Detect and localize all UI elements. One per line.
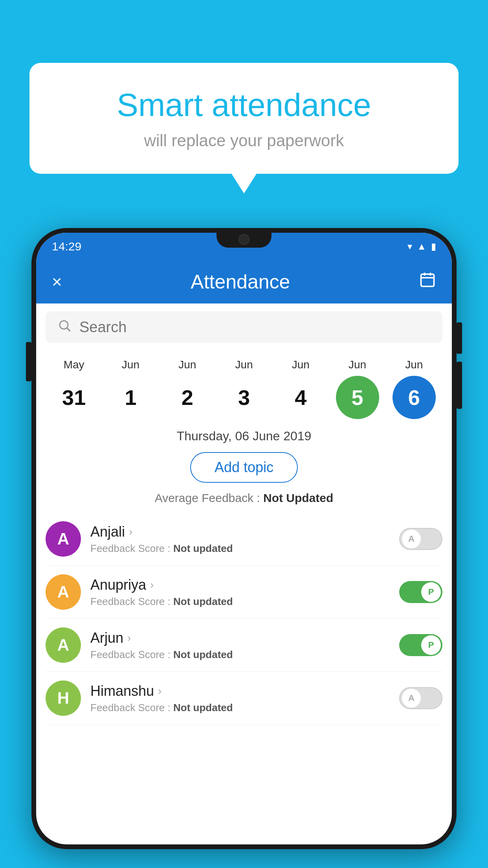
calendar-date-number: 4 (279, 376, 322, 419)
selected-date-label: Thursday, 06 June 2019 (36, 423, 452, 447)
student-item[interactable]: AArjun ›Feedback Score : Not updatedP (46, 619, 442, 672)
add-topic-button[interactable]: Add topic (190, 452, 298, 483)
student-name: Himanshu › (90, 683, 390, 699)
student-info: Arjun ›Feedback Score : Not updated (90, 630, 390, 661)
close-button[interactable]: × (52, 272, 62, 292)
student-item[interactable]: HHimanshu ›Feedback Score : Not updatedA (46, 672, 442, 725)
volume-down-button[interactable] (457, 362, 462, 409)
search-input[interactable] (79, 319, 431, 336)
calendar-date-number: 5 (336, 376, 379, 419)
student-feedback: Feedback Score : Not updated (90, 702, 390, 714)
student-item[interactable]: AAnjali ›Feedback Score : Not updatedA (46, 513, 442, 566)
attendance-toggle-container[interactable]: A (399, 687, 442, 709)
student-name: Anjali › (90, 524, 390, 540)
student-info: Anjali ›Feedback Score : Not updated (90, 524, 390, 555)
attendance-toggle-container[interactable]: P (399, 634, 442, 656)
chevron-icon: › (127, 632, 131, 644)
calendar-day[interactable]: Jun4 (275, 359, 326, 419)
student-list: AAnjali ›Feedback Score : Not updatedAAA… (36, 513, 452, 725)
student-item[interactable]: AAnupriya ›Feedback Score : Not updatedP (46, 566, 442, 619)
calendar-day[interactable]: Jun5 (332, 359, 383, 419)
avg-feedback: Average Feedback : Not Updated (36, 487, 452, 513)
student-feedback: Feedback Score : Not updated (90, 596, 390, 608)
phone-screen: 14:29 ▾ ▲ ▮ × Attendance (36, 233, 452, 844)
calendar-day[interactable]: Jun2 (162, 359, 213, 419)
toggle-knob: P (421, 635, 441, 655)
feedback-value: Not updated (173, 542, 233, 554)
battery-icon: ▮ (431, 241, 436, 252)
calendar-date-number: 6 (393, 376, 436, 419)
calendar-date-number: 31 (52, 376, 95, 419)
status-time: 14:29 (52, 240, 81, 253)
student-info: Himanshu ›Feedback Score : Not updated (90, 683, 390, 714)
calendar-day[interactable]: Jun6 (389, 359, 440, 419)
phone-container: 14:29 ▾ ▲ ▮ × Attendance (31, 228, 457, 868)
chevron-icon: › (158, 685, 161, 697)
student-name: Anupriya › (90, 577, 390, 593)
student-avatar: A (46, 521, 81, 557)
student-feedback: Feedback Score : Not updated (90, 649, 390, 661)
speech-bubble-container: Smart attendance will replace your paper… (29, 63, 459, 174)
power-button[interactable] (26, 342, 31, 381)
attendance-toggle-container[interactable]: P (399, 581, 442, 603)
feedback-value: Not updated (173, 649, 233, 660)
calendar-day[interactable]: Jun3 (218, 359, 270, 419)
attendance-toggle[interactable]: P (399, 581, 442, 603)
app-bar: × Attendance (36, 260, 452, 303)
phone-camera (238, 234, 250, 245)
student-info: Anupriya ›Feedback Score : Not updated (90, 577, 390, 608)
feedback-value: Not updated (173, 596, 233, 607)
toggle-knob: A (402, 688, 421, 708)
attendance-toggle-container[interactable]: A (399, 528, 442, 550)
calendar-month-label: Jun (292, 359, 310, 371)
calendar-date-number: 3 (222, 376, 266, 419)
chevron-icon: › (150, 579, 154, 591)
speech-bubble-title: Smart attendance (61, 86, 427, 123)
calendar-month-label: Jun (122, 359, 139, 371)
avg-feedback-label: Average Feedback : (155, 491, 260, 504)
student-avatar: H (46, 680, 81, 716)
toggle-knob: A (402, 529, 421, 549)
student-avatar: A (46, 574, 81, 610)
phone-body: 14:29 ▾ ▲ ▮ × Attendance (31, 228, 457, 849)
calendar-day[interactable]: May31 (48, 359, 99, 419)
speech-bubble-subtitle: will replace your paperwork (61, 131, 427, 150)
calendar-date-number: 2 (166, 376, 209, 419)
attendance-toggle[interactable]: A (399, 687, 442, 709)
phone-notch (216, 228, 272, 248)
speech-bubble: Smart attendance will replace your paper… (29, 63, 459, 174)
student-name: Arjun › (90, 630, 390, 646)
svg-rect-0 (421, 274, 434, 286)
toggle-knob: P (421, 582, 441, 602)
calendar-date-number: 1 (109, 376, 152, 419)
status-icons: ▾ ▲ ▮ (407, 241, 436, 252)
signal-icon: ▲ (417, 241, 426, 252)
attendance-toggle[interactable]: P (399, 634, 442, 656)
calendar-strip: May31Jun1Jun2Jun3Jun4Jun5Jun6 (36, 351, 452, 423)
student-feedback: Feedback Score : Not updated (90, 542, 390, 555)
feedback-value: Not updated (173, 702, 233, 714)
calendar-month-label: Jun (349, 359, 366, 371)
search-icon (57, 318, 72, 336)
avg-feedback-value: Not Updated (263, 491, 333, 504)
calendar-icon[interactable] (419, 271, 436, 292)
wifi-icon: ▾ (407, 241, 412, 252)
svg-line-5 (67, 328, 70, 331)
volume-up-button[interactable] (457, 322, 462, 354)
chevron-icon: › (129, 526, 132, 538)
app-bar-title: Attendance (62, 270, 419, 293)
calendar-month-label: Jun (405, 359, 423, 371)
calendar-day[interactable]: Jun1 (105, 359, 156, 419)
calendar-month-label: Jun (178, 359, 196, 371)
search-container[interactable] (46, 311, 442, 343)
attendance-toggle[interactable]: A (399, 528, 442, 550)
student-avatar: A (46, 627, 81, 663)
calendar-month-label: May (64, 359, 84, 371)
calendar-month-label: Jun (235, 359, 253, 371)
